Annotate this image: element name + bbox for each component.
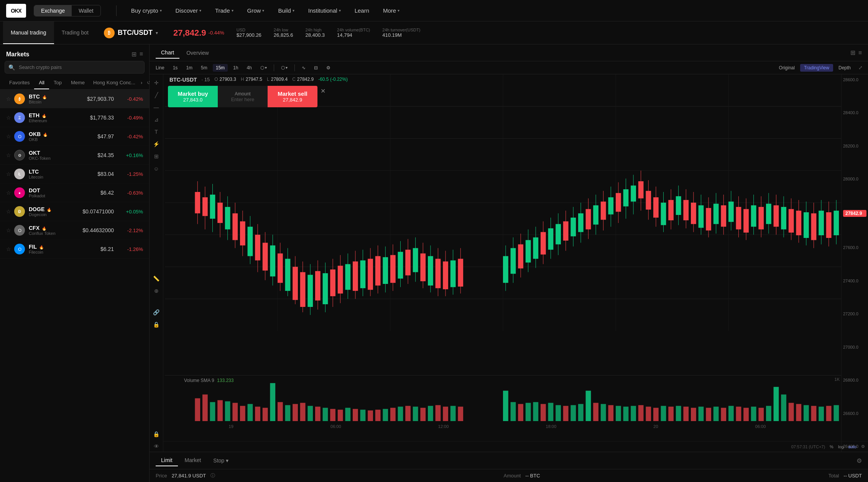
list-item[interactable]: ☆ ₿ BTC 🔥 Bitcoin $27,903.70 -0.42% [0,90,149,108]
search-input[interactable] [5,61,145,74]
more-link[interactable]: More ▾ [378,5,405,16]
percent-btn[interactable]: % [830,444,833,449]
toolbar-candle-type[interactable]: ⬡ ▾ [278,64,291,72]
emoji-tool[interactable]: ☺ [151,163,162,174]
okb-icon: ⬡ [14,131,25,142]
order-popup: Market buy 27,843.0 Amount Enter here Ma… [168,86,326,107]
magnet-tool[interactable]: 🔗 [151,307,162,318]
market-buy-button[interactable]: Market buy 27,843.0 [168,86,218,107]
bottom-price-row: Price 27,841.9 USDT ⓘ Amount -- BTC Tota… [150,469,868,482]
toolbar-1s[interactable]: 1s [170,64,181,72]
fibonacci-tool[interactable]: ⊿ [151,114,162,125]
filter-all[interactable]: All [34,77,49,89]
toolbar-4h[interactable]: 4h [243,64,255,72]
crosshair-tool[interactable]: ✛ [151,77,162,88]
measure-tool[interactable]: ⚡ [151,139,162,149]
filter-top[interactable]: Top [49,77,66,89]
toolbar-line[interactable]: Line [153,64,168,72]
star-icon[interactable]: ☆ [6,190,11,196]
toolbar-indicators[interactable]: ∿ [299,64,309,72]
settings-icon[interactable]: ⚙ [861,444,865,449]
close-order-popup-button[interactable]: ✕ [321,86,326,95]
star-icon[interactable]: ☆ [6,246,11,252]
list-item[interactable]: ☆ ⬡ OKB 🔥 OKB $47.97 -0.42% [0,127,149,146]
list-item[interactable]: ☆ ⬡ CFX 🔥 Conflux Token $0.44632000 -2.1… [0,221,149,240]
lock-tool[interactable]: 🔒 [151,319,162,330]
filter-hk[interactable]: Hong Kong Conc... [89,77,139,89]
list-item[interactable]: ☆ Ð DOGE 🔥 Dogecoin $0.07471000 +0.05% [0,202,149,221]
eye-tool[interactable]: 👁 [151,441,162,452]
trading-tabs: Manual trading Trading bot [3,21,96,44]
logo-text: OKX [11,8,21,14]
toolbar-1m[interactable]: 1m [183,64,196,72]
list-item[interactable]: ☆ Ł LTC Litecoin $83.04 -1.25% [0,165,149,184]
sidebar: Markets ⊞ ≡ 🔍 Favorites All Top Meme Hon… [0,44,150,482]
toolbar-15m[interactable]: 15m [213,64,228,72]
log-btn[interactable]: log [838,444,844,449]
auto-btn[interactable]: auto [848,444,856,449]
trade-link[interactable]: Trade ▾ [210,5,239,16]
current-price-tag: 27842.9 [843,210,866,217]
zoom-tool[interactable]: ⊕ [151,285,162,296]
list-item[interactable]: ☆ ⬡ FIL 🔥 Filecoin $6.21 -1.26% [0,240,149,259]
tab-limit[interactable]: Limit [156,455,178,466]
svg-rect-178 [225,401,230,421]
tab-chart[interactable]: Chart [156,47,179,59]
build-link[interactable]: Build ▾ [273,5,299,16]
volume-svg [165,375,841,421]
grid-view-icon[interactable]: ⊞ [850,49,855,56]
star-icon[interactable]: ☆ [6,171,11,177]
toolbar-more-intervals[interactable]: ⬡ ▾ [257,64,270,72]
ohlc-change: -60.5 (-0.22%) [318,77,348,83]
view-depth[interactable]: Depth [835,64,855,72]
star-icon[interactable]: ☆ [6,208,11,215]
list-item[interactable]: ☆ ⊙ OKT OKC-Token $24.35 +0.16% [0,146,149,165]
ruler-tool[interactable]: 📏 [151,273,162,284]
bracket-tool[interactable]: ⊞ [151,151,162,162]
filter-next-icon[interactable]: › [139,77,144,89]
star-icon[interactable]: ☆ [6,227,11,233]
trend-line-tool[interactable]: ╱ [151,90,162,100]
order-settings-icon[interactable]: ⚙ [856,457,862,464]
tab-market[interactable]: Market [179,455,207,466]
institutional-link[interactable]: Institutional ▾ [303,5,346,16]
toolbar-settings[interactable]: ⚙ [323,64,334,72]
filter-meme[interactable]: Meme [66,77,89,89]
toolbar-5m[interactable]: 5m [198,64,210,72]
view-tradingview[interactable]: TradingView [800,64,833,72]
filter-favorites[interactable]: Favorites [5,77,34,89]
buy-crypto-link[interactable]: Buy crypto ▾ [126,5,167,16]
manual-trading-tab[interactable]: Manual trading [3,21,54,44]
grid-icon[interactable]: ⊞ [132,51,136,58]
lock2-tool[interactable]: 🔒 [151,429,162,439]
trading-bot-tab[interactable]: Trading bot [54,21,96,44]
list-icon[interactable]: ≡ [140,51,143,58]
fullscreen-icon[interactable]: ⤢ [856,64,865,72]
star-icon[interactable]: ☆ [6,152,11,158]
toolbar-grid[interactable]: ⊟ [311,64,321,72]
pair-selector[interactable]: ₿ BTC/USDT ▾ [96,28,166,38]
fil-icon: ⬡ [14,244,25,254]
tab-overview[interactable]: Overview [181,48,214,58]
view-original[interactable]: Original [775,64,799,72]
grow-link[interactable]: Grow ▾ [242,5,270,16]
list-item[interactable]: ☆ Ξ ETH 🔥 Ethereum $1,776.33 -0.49% [0,108,149,127]
exchange-tab[interactable]: Exchange [34,5,72,16]
star-icon[interactable]: ☆ [6,133,11,139]
market-sell-button[interactable]: Market sell 27,842.9 [268,86,317,107]
learn-link[interactable]: Learn [349,5,375,16]
list-view-icon[interactable]: ≡ [858,49,862,56]
list-item[interactable]: ☆ ● DOT Polkadot $6.42 -0.63% [0,184,149,202]
text-tool[interactable]: T [151,126,162,137]
toolbar-1h[interactable]: 1h [230,64,241,72]
star-icon[interactable]: ☆ [6,96,11,102]
svg-rect-183 [263,408,268,421]
star-icon[interactable]: ☆ [6,115,11,121]
horizontal-line-tool[interactable]: — [151,102,162,113]
amount-input-area[interactable]: Amount Enter here [218,86,268,107]
tab-stop[interactable]: Stop ▾ [208,455,234,466]
wallet-tab[interactable]: Wallet [72,5,100,16]
volume-sma-value: 133.233 [217,378,233,383]
discover-link[interactable]: Discover ▾ [170,5,207,16]
svg-rect-243 [751,407,756,421]
